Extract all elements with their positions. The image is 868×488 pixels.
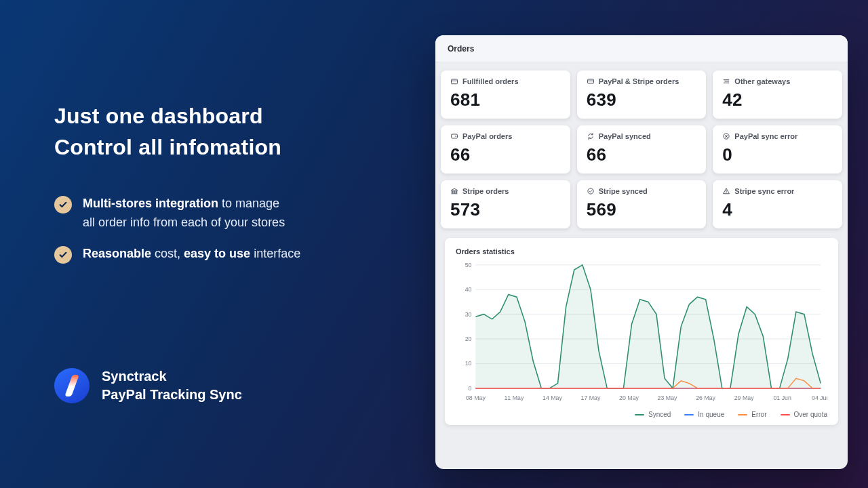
box-icon — [450, 77, 458, 85]
svg-rect-0 — [452, 79, 458, 84]
card-label: PayPal sync error — [734, 132, 797, 140]
card-row: Fullfilled orders 681 PayPal & Stripe or… — [441, 70, 842, 119]
card-value: 66 — [587, 144, 697, 165]
promo-stage: Just one dashboard Control all infomatio… — [0, 0, 868, 488]
legend-label: Over quota — [794, 411, 827, 418]
svg-text:11 May: 11 May — [504, 394, 524, 401]
check-circle-icon — [587, 187, 595, 195]
brand-name: Synctrack PayPal Tracking Sync — [102, 367, 242, 404]
svg-text:01 Jun: 01 Jun — [773, 394, 791, 401]
card-label: Fullfilled orders — [462, 77, 519, 85]
legend-label: Error — [751, 411, 766, 418]
feature-bold2: easy to use — [184, 247, 250, 260]
svg-text:50: 50 — [465, 262, 472, 268]
svg-text:08 May: 08 May — [466, 394, 486, 401]
brand-block: Synctrack PayPal Tracking Sync — [54, 367, 242, 404]
dashboard-panel: Orders Fullfilled orders 681 PayPal & St… — [435, 35, 848, 469]
card-value: 42 — [722, 89, 833, 110]
svg-point-3 — [455, 136, 456, 137]
feature-rest: to manage — [218, 197, 279, 210]
brand-logo-icon — [54, 368, 90, 403]
feature-text: Multi-stores integration to manage all o… — [83, 195, 285, 232]
stat-cards: Fullfilled orders 681 PayPal & Stripe or… — [435, 62, 848, 232]
svg-text:14 May: 14 May — [542, 394, 562, 401]
svg-text:23 May: 23 May — [658, 394, 677, 401]
error-icon — [722, 132, 730, 140]
card-label: PayPal & Stripe orders — [599, 77, 679, 85]
card-stripe-orders[interactable]: Stripe orders 573 — [441, 180, 570, 228]
svg-rect-2 — [452, 134, 458, 138]
feature-bold: Multi-stores integration — [83, 197, 218, 210]
card-fulfilled[interactable]: Fullfilled orders 681 — [441, 70, 570, 119]
card-value: 66 — [450, 144, 561, 165]
legend-error: Error — [738, 411, 766, 418]
card-label: PayPal synced — [599, 132, 651, 140]
wallet-icon — [450, 132, 458, 140]
card-value: 0 — [722, 144, 833, 165]
svg-text:0: 0 — [469, 385, 472, 392]
svg-text:17 May: 17 May — [581, 394, 601, 401]
svg-rect-1 — [587, 79, 593, 83]
feature-rest: interface — [250, 247, 300, 260]
svg-point-5 — [588, 188, 593, 194]
chart-title: Orders statistics — [456, 247, 827, 256]
brand-line2: PayPal Tracking Sync — [102, 386, 242, 404]
brand-line1: Synctrack — [102, 367, 242, 386]
alert-icon — [722, 187, 730, 195]
card-stripe-synced[interactable]: Stripe synced 569 — [577, 180, 707, 228]
chart-card: Orders statistics 0102030405008 May11 Ma… — [445, 238, 838, 425]
card-paypal-stripe[interactable]: PayPal & Stripe orders 639 — [577, 70, 707, 119]
svg-text:04 Jun: 04 Jun — [812, 394, 827, 401]
card-label: Stripe synced — [599, 187, 648, 195]
headline-line1: Just one dashboard — [54, 100, 407, 131]
card-label: Other gateways — [734, 77, 790, 85]
bank-icon — [450, 187, 458, 195]
feature-rest2: all order info from each of your stores — [83, 216, 285, 229]
orders-chart: 0102030405008 May11 May14 May17 May20 Ma… — [456, 260, 827, 405]
card-stripe-error[interactable]: Stripe sync error 4 — [713, 180, 842, 228]
card-paypal-error[interactable]: PayPal sync error 0 — [713, 125, 842, 174]
card-value: 681 — [450, 89, 561, 110]
card-paypal-orders[interactable]: PayPal orders 66 — [441, 125, 570, 174]
feature-bold: Reasonable — [83, 247, 151, 260]
card-value: 569 — [587, 199, 697, 220]
legend-over: Over quota — [781, 411, 827, 418]
svg-text:29 May: 29 May — [734, 394, 754, 401]
svg-text:20 May: 20 May — [619, 394, 639, 401]
svg-text:10: 10 — [465, 360, 472, 367]
chart-legend: Synced In queue Error Over quota — [456, 411, 827, 418]
card-label: PayPal orders — [462, 132, 512, 140]
check-icon — [54, 196, 72, 214]
headline: Just one dashboard Control all infomatio… — [54, 100, 407, 163]
sync-icon — [587, 132, 595, 140]
legend-label: Synced — [648, 411, 671, 418]
legend-queue: In queue — [684, 411, 724, 418]
card-value: 639 — [587, 89, 697, 110]
card-value: 573 — [450, 199, 561, 220]
card-paypal-synced[interactable]: PayPal synced 66 — [577, 125, 707, 174]
feature-multistore: Multi-stores integration to manage all o… — [54, 195, 407, 232]
card-row: Stripe orders 573 Stripe synced 569 Stri… — [441, 180, 842, 228]
card-label: Stripe sync error — [734, 187, 794, 195]
headline-line2: Control all infomation — [54, 131, 407, 163]
legend-label: In queue — [698, 411, 724, 418]
card-icon — [587, 77, 595, 85]
check-icon — [54, 246, 72, 264]
card-label: Stripe orders — [462, 187, 509, 195]
svg-text:26 May: 26 May — [696, 394, 715, 401]
card-value: 4 — [722, 199, 833, 220]
svg-text:20: 20 — [465, 336, 472, 342]
card-row: PayPal orders 66 PayPal synced 66 PayPal… — [441, 125, 842, 174]
svg-text:40: 40 — [465, 286, 472, 293]
dashboard-title: Orders — [448, 44, 474, 54]
gateway-icon — [722, 77, 730, 85]
feature-cost: Reasonable cost, easy to use interface — [54, 245, 407, 264]
legend-synced: Synced — [635, 411, 671, 418]
dashboard-header: Orders — [435, 35, 848, 62]
card-other[interactable]: Other gateways 42 — [713, 70, 842, 119]
svg-text:30: 30 — [465, 311, 472, 318]
feature-text: Reasonable cost, easy to use interface — [83, 245, 300, 264]
feature-mid: cost, — [151, 247, 184, 260]
left-column: Just one dashboard Control all infomatio… — [54, 100, 407, 276]
